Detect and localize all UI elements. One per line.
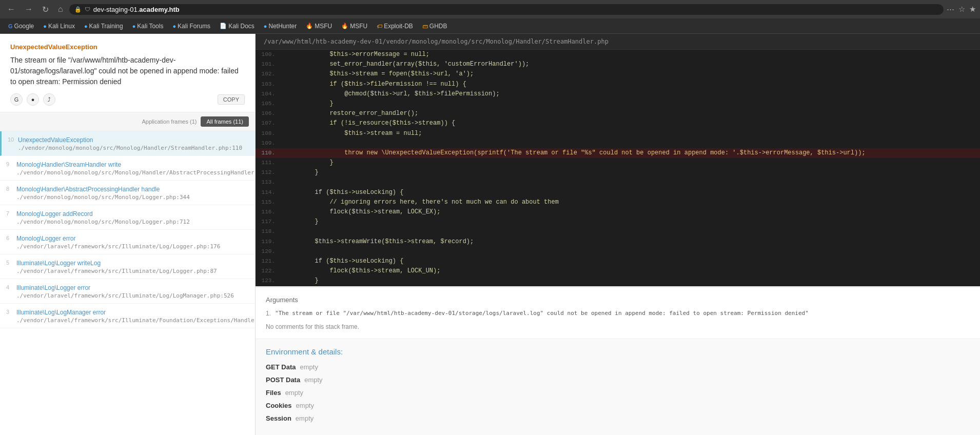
- code-line-109: 109.: [256, 139, 980, 148]
- frame-number: 5: [6, 260, 15, 266]
- get-data-value: empty: [300, 363, 318, 371]
- code-line-105: 105. }: [256, 99, 980, 109]
- exploit-db-icon: 🏷: [377, 23, 382, 29]
- file-path: /var/www/html/htb-academy-dev-01/vendor/…: [256, 34, 980, 50]
- bookmark-offensive-security[interactable]: 🔥 MSFU: [302, 21, 336, 31]
- bookmark-ghdb[interactable]: 🗃 GHDB: [418, 21, 452, 31]
- code-line-100: 100. $this->errorMessage = null;: [256, 50, 980, 60]
- frame-path: ./vendor/monolog/monolog/src/Monolog/Han…: [18, 145, 249, 151]
- frame-item-3[interactable]: 3 Illuminate\Log\LogManager error ./vend…: [0, 304, 255, 328]
- all-frames-button[interactable]: All frames (11): [201, 116, 249, 127]
- code-line-118: 118.: [256, 227, 980, 236]
- frame-item-7[interactable]: 7 Monolog\Logger addRecord ./vendor/mono…: [0, 205, 255, 230]
- bookmark-exploit-db-label: Exploit-DB: [384, 23, 413, 30]
- nethunter-icon: ●: [264, 23, 267, 29]
- more-button[interactable]: ⋯: [947, 5, 954, 14]
- code-line-121: 121. if ($this->useLocking) {: [256, 256, 980, 266]
- bookmark-kali-linux[interactable]: ● Kali Linux: [39, 21, 79, 31]
- frame-path: ./vendor/monolog/monolog/src/Monolog/Han…: [16, 169, 249, 176]
- frame-item-4[interactable]: 4 Illuminate\Log\Logger error ./vendor/l…: [0, 279, 255, 304]
- forward-button[interactable]: →: [22, 3, 36, 16]
- frame-path: ./vendor/laravel/framework/src/Illuminat…: [16, 317, 249, 324]
- bookmark-msfu[interactable]: 🔥 MSFU: [337, 21, 371, 31]
- env-row-post: POST Data empty: [266, 376, 970, 384]
- frame-item-5[interactable]: 5 Illuminate\Log\Logger writeLog ./vendo…: [0, 254, 255, 279]
- env-row-cookies: Cookies empty: [266, 402, 970, 409]
- lock-icon: 🛡: [85, 6, 90, 12]
- pocket-button[interactable]: ☆: [958, 5, 965, 14]
- argument-item-1: 1. "The stream or file "/var/www/html/ht…: [266, 310, 970, 317]
- google-search-icon[interactable]: G: [10, 93, 23, 106]
- bookmark-kali-tools[interactable]: ● Kali Tools: [128, 21, 168, 31]
- bookmark-kali-training-label: Kali Training: [89, 23, 123, 30]
- frame-name: Monolog\Logger error: [16, 235, 249, 242]
- code-line-104: 104. @chmod($this->url, $this->filePermi…: [256, 89, 980, 99]
- bookmark-offensive-security-label: MSFU: [315, 23, 332, 30]
- code-line-103: 103. if ($this->filePermission !== null)…: [256, 80, 980, 89]
- frame-path: ./vendor/laravel/framework/src/Illuminat…: [16, 268, 249, 274]
- files-label: Files: [266, 389, 281, 397]
- frame-name: UnexpectedValueException: [18, 136, 249, 144]
- code-line-120: 120.: [256, 247, 980, 256]
- error-message: The stream or file "/var/www/html/htb-ac…: [10, 55, 245, 87]
- bookmark-nethunter[interactable]: ● NetHunter: [260, 21, 301, 31]
- environment-section: Environment & details: GET Data empty PO…: [256, 339, 980, 436]
- code-line-111: 111. }: [256, 158, 980, 168]
- bookmark-ghdb-label: GHDB: [429, 23, 447, 30]
- frame-item-8[interactable]: 8 Monolog\Handler\AbstractProcessingHand…: [0, 181, 255, 205]
- arguments-title: Arguments: [266, 296, 970, 304]
- frame-path: ./vendor/laravel/framework/src/Illuminat…: [16, 243, 249, 250]
- bookmark-google[interactable]: G Google: [4, 21, 38, 31]
- env-row-session: Session empty: [266, 414, 970, 422]
- frame-item-10[interactable]: 10 UnexpectedValueException ./vendor/mon…: [0, 131, 255, 156]
- kali-training-icon: ●: [84, 23, 88, 29]
- kali-forums-icon: ●: [172, 23, 176, 29]
- frame-number: 10: [8, 136, 17, 143]
- frame-item-9[interactable]: 9 Monolog\Handler\StreamHandler write ./…: [0, 156, 255, 181]
- frame-content: UnexpectedValueException ./vendor/monolo…: [18, 136, 249, 151]
- bookmarks-bar: G Google ● Kali Linux ● Kali Training ● …: [0, 18, 980, 34]
- info-icon[interactable]: ●: [27, 93, 39, 106]
- frame-number: 4: [6, 284, 15, 290]
- frame-number: 8: [6, 186, 15, 192]
- get-data-label: GET Data: [266, 363, 296, 371]
- app-frames-label: Application frames (1): [142, 118, 197, 125]
- offsec-icon: 🔥: [306, 23, 313, 29]
- code-line-119: 119. $this->streamWrite($this->stream, $…: [256, 237, 980, 247]
- arguments-section: Arguments 1. "The stream or file "/var/w…: [256, 286, 980, 339]
- bookmark-kali-forums[interactable]: ● Kali Forums: [168, 21, 214, 31]
- error-icons: G ● ⤴ COPY: [10, 93, 245, 106]
- env-row-files: Files empty: [266, 389, 970, 397]
- share-icon[interactable]: ⤴: [43, 93, 55, 106]
- bookmark-kali-docs-label: Kali Docs: [228, 23, 254, 30]
- code-line-101: 101. set_error_handler(array($this, 'cus…: [256, 60, 980, 69]
- session-label: Session: [266, 414, 291, 422]
- toolbar-actions: ⋯ ☆ ★: [947, 5, 976, 14]
- code-line-113: 113.: [256, 177, 980, 187]
- post-data-value: empty: [304, 376, 322, 384]
- files-value: empty: [285, 389, 303, 397]
- code-line-108: 108. $this->stream = null;: [256, 129, 980, 139]
- frame-number: 7: [6, 210, 15, 216]
- browser-toolbar: ← → ↻ ⌂ 🔒 🛡 dev-staging-01.academy.htb ⋯…: [0, 0, 980, 18]
- kali-tools-icon: ●: [132, 23, 136, 29]
- address-bar[interactable]: 🔒 🛡 dev-staging-01.academy.htb: [69, 4, 944, 15]
- refresh-button[interactable]: ↻: [39, 3, 52, 16]
- star-button[interactable]: ★: [969, 5, 976, 14]
- post-data-label: POST Data: [266, 376, 300, 384]
- code-line-123: 123. }: [256, 276, 980, 286]
- frame-content: Illuminate\Log\Logger writeLog ./vendor/…: [16, 260, 249, 274]
- bookmark-kali-training[interactable]: ● Kali Training: [80, 21, 127, 31]
- code-line-115: 115. // ignoring errors here, there's no…: [256, 197, 980, 207]
- copy-button[interactable]: COPY: [218, 94, 245, 105]
- session-value: empty: [296, 414, 313, 422]
- bookmark-kali-docs[interactable]: 📄 Kali Docs: [215, 21, 259, 31]
- frame-item-6[interactable]: 6 Monolog\Logger error ./vendor/laravel/…: [0, 230, 255, 254]
- home-button[interactable]: ⌂: [55, 3, 66, 16]
- browser-chrome: ← → ↻ ⌂ 🔒 🛡 dev-staging-01.academy.htb ⋯…: [0, 0, 980, 34]
- frame-name: Monolog\Handler\StreamHandler write: [16, 161, 249, 168]
- code-section: /var/www/html/htb-academy-dev-01/vendor/…: [256, 34, 980, 286]
- back-button[interactable]: ←: [4, 3, 18, 16]
- code-block: 100. $this->errorMessage = null; 101. se…: [256, 50, 980, 286]
- bookmark-exploit-db[interactable]: 🏷 Exploit-DB: [373, 21, 417, 31]
